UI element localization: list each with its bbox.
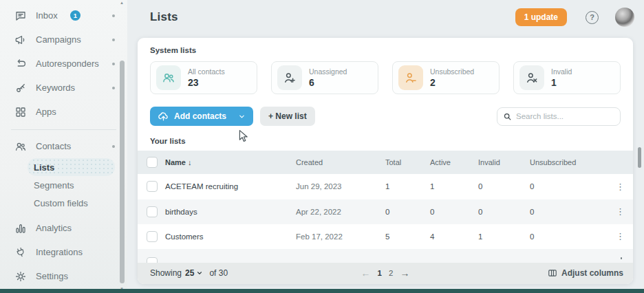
list-active: 1	[430, 182, 478, 191]
sidebar-item-integrations[interactable]: Integrations	[0, 240, 127, 264]
sidebar-item-inbox[interactable]: Inbox 1	[0, 3, 127, 28]
pagination: ← 1 2 →	[361, 268, 410, 279]
column-header-created[interactable]: Created	[296, 158, 385, 166]
sidebar-item-label: Lists	[34, 162, 54, 173]
key-icon	[14, 81, 28, 95]
page-title: Lists	[150, 10, 178, 24]
list-active: 0	[430, 208, 478, 216]
row-menu-button[interactable]: ⋮	[616, 232, 633, 241]
row-checkbox[interactable]	[147, 181, 158, 192]
stat-value: 1	[551, 77, 572, 88]
app-window: Inbox 1 Campaigns Autoresponders Keyword…	[0, 0, 644, 293]
next-page-icon[interactable]: →	[400, 268, 409, 279]
bar-chart-icon	[14, 221, 28, 235]
stat-card-invalid[interactable]: Invalid 1	[513, 61, 621, 94]
chevron-down-icon	[196, 270, 203, 276]
sidebar-item-contacts[interactable]: Contacts	[0, 134, 127, 158]
table-row[interactable]: Customers Feb 17, 2022 5 4 1 0 ⋮	[138, 224, 633, 249]
item-status-dot	[112, 87, 115, 89]
stat-card-unsubscribed[interactable]: Unsubscribed 2	[392, 61, 500, 94]
sidebar-scrollbar[interactable]	[120, 61, 125, 283]
mouse-cursor	[239, 129, 249, 146]
search-lists-box	[497, 107, 621, 126]
table-header: Name ↓ Created Total Active Invalid Unsu…	[138, 151, 633, 174]
grid-icon	[14, 105, 28, 119]
lists-toolbar: Add contacts + New list	[150, 107, 621, 126]
lists-panel: System lists All contacts 23	[138, 38, 633, 284]
person-minus-icon	[398, 65, 423, 90]
system-lists-label: System lists	[150, 46, 633, 54]
update-button[interactable]: 1 update	[515, 8, 567, 26]
page-number-2[interactable]: 2	[389, 269, 393, 277]
list-unsubscribed: 0	[530, 208, 605, 216]
sort-desc-icon: ↓	[188, 158, 192, 166]
row-checkbox[interactable]	[147, 206, 158, 217]
help-icon[interactable]: ?	[586, 11, 599, 24]
table-row-partial[interactable]	[138, 249, 633, 263]
kebab-icon	[621, 257, 623, 259]
add-contacts-button[interactable]: Add contacts	[150, 107, 253, 126]
sidebar-item-settings[interactable]: Settings	[0, 264, 127, 288]
sidebar-item-label: Autoresponders	[36, 58, 99, 69]
list-unsubscribed: 0	[530, 232, 605, 241]
table-scrollbar[interactable]	[638, 147, 641, 168]
row-menu-button[interactable]: ⋮	[616, 207, 633, 216]
row-menu-button[interactable]: ⋮	[616, 182, 633, 191]
new-list-button[interactable]: + New list	[260, 107, 315, 126]
loop-icon	[14, 57, 28, 71]
list-total: 5	[385, 232, 430, 241]
plug-icon	[14, 246, 28, 259]
sidebar-item-label: Inbox	[36, 10, 58, 21]
table-row[interactable]: birthdays Apr 22, 2022 0 0 0 0 ⋮	[138, 199, 633, 224]
column-header-invalid[interactable]: Invalid	[478, 158, 530, 166]
column-header-name[interactable]: Name ↓	[165, 158, 296, 166]
kebab-icon: ⋮	[616, 206, 625, 217]
sidebar-item-lists[interactable]: Lists	[28, 158, 115, 176]
sidebar-item-apps[interactable]: Apps	[0, 100, 127, 124]
search-icon	[503, 112, 512, 121]
stat-value: 6	[309, 77, 347, 88]
inbox-unread-badge: 1	[70, 10, 80, 21]
bottom-accent-bar	[0, 289, 644, 293]
sidebar-item-analytics[interactable]: Analytics	[0, 216, 127, 240]
column-header-total[interactable]: Total	[385, 158, 430, 166]
avatar[interactable]	[615, 8, 634, 27]
sidebar-item-custom-fields[interactable]: Custom fields	[28, 194, 115, 212]
list-unsubscribed: 0	[530, 182, 605, 191]
kebab-icon: ⋮	[616, 231, 625, 241]
stat-card-all-contacts[interactable]: All contacts 23	[150, 61, 257, 94]
sidebar-item-segments[interactable]: Segments	[28, 176, 115, 194]
page-number-1[interactable]: 1	[378, 269, 382, 277]
system-lists-cards: All contacts 23 Unassigned 6	[150, 61, 621, 94]
page-size-dropdown[interactable]: 25	[185, 268, 203, 278]
item-status-dot	[112, 39, 115, 41]
list-name[interactable]: birthdays	[165, 208, 296, 216]
showing-label: Showing	[150, 268, 182, 278]
sidebar: Inbox 1 Campaigns Autoresponders Keyword…	[0, 0, 127, 293]
stat-label: Unsubscribed	[430, 67, 474, 76]
chat-icon	[14, 9, 28, 23]
sidebar-item-autoresponders[interactable]: Autoresponders	[0, 52, 127, 76]
person-x-icon	[519, 65, 544, 90]
list-name[interactable]: Customers	[165, 232, 296, 241]
prev-page-icon[interactable]: ←	[361, 268, 371, 279]
search-lists-input[interactable]	[516, 112, 614, 120]
list-active: 4	[430, 232, 478, 241]
row-checkbox[interactable]	[147, 257, 158, 263]
table-row[interactable]: ACETEAM recruiting Jun 29, 2023 1 1 0 0 …	[138, 174, 633, 199]
column-header-unsubscribed[interactable]: Unsubscribed	[530, 158, 605, 166]
list-invalid: 0	[478, 182, 530, 191]
select-all-checkbox[interactable]	[147, 157, 158, 168]
gear-icon	[14, 270, 28, 283]
kebab-icon: ⋮	[616, 182, 625, 192]
sidebar-scroll-up-icon[interactable]: ▴	[119, 0, 125, 6]
row-checkbox[interactable]	[147, 231, 158, 242]
stat-card-unassigned[interactable]: Unassigned 6	[271, 61, 378, 94]
adjust-columns-button[interactable]: Adjust columns	[548, 268, 623, 278]
chevron-down-icon	[238, 113, 246, 120]
sidebar-item-keywords[interactable]: Keywords	[0, 76, 127, 100]
sidebar-item-campaigns[interactable]: Campaigns	[0, 28, 127, 52]
column-header-active[interactable]: Active	[430, 158, 478, 166]
list-total: 1	[385, 182, 430, 191]
list-name[interactable]: ACETEAM recruiting	[165, 182, 296, 191]
